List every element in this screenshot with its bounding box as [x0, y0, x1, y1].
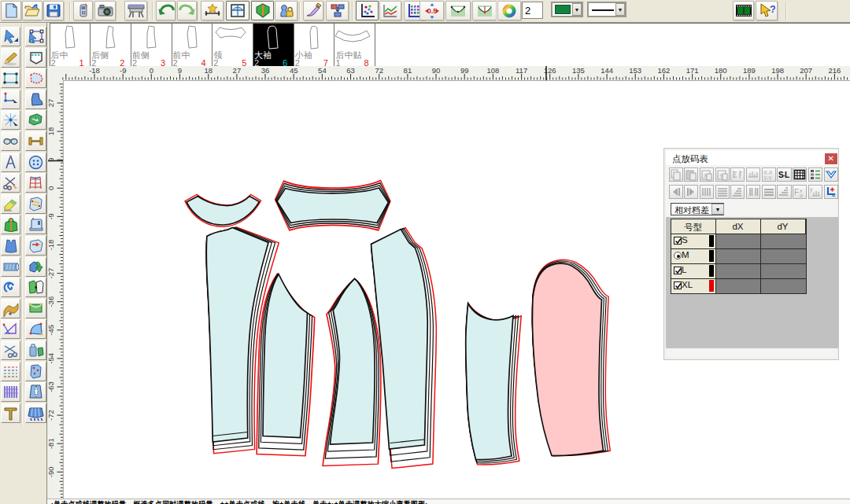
svg-text:-45: -45	[46, 325, 55, 336]
svg-text:y: y	[810, 186, 813, 193]
svg-text:72: 72	[375, 66, 383, 75]
svg-text:18: 18	[204, 66, 213, 75]
svg-text:135: 135	[572, 66, 585, 75]
svg-text:54: 54	[318, 66, 327, 75]
svg-text:X-X: X-X	[763, 170, 773, 175]
svg-text:-36: -36	[46, 296, 55, 307]
svg-text:171: 171	[686, 66, 699, 75]
svg-text:-90: -90	[46, 466, 55, 477]
svg-text:-27: -27	[46, 268, 55, 279]
svg-text:180: 180	[715, 66, 727, 75]
svg-text:108: 108	[486, 66, 499, 75]
svg-text:-54: -54	[46, 353, 55, 364]
svg-text:c: c	[832, 191, 836, 198]
svg-text:-72: -72	[46, 410, 55, 421]
svg-text:-63: -63	[46, 381, 55, 392]
svg-text:0: 0	[46, 186, 55, 190]
svg-text:153: 153	[629, 66, 641, 75]
svg-text:-18: -18	[46, 240, 55, 251]
svg-text:90: 90	[432, 66, 441, 75]
svg-text:o: o	[800, 193, 803, 198]
svg-text:18: 18	[46, 127, 55, 136]
svg-text:216: 216	[828, 66, 841, 75]
svg-text:-9: -9	[46, 213, 55, 219]
svg-text:27: 27	[233, 66, 242, 75]
svg-text:-9: -9	[120, 66, 126, 75]
svg-text:0: 0	[150, 66, 153, 75]
svg-text:207: 207	[800, 66, 812, 75]
svg-text:F: F	[794, 188, 799, 197]
svg-text:99: 99	[460, 66, 469, 75]
svg-text:81: 81	[404, 66, 412, 75]
svg-text:45: 45	[290, 66, 298, 75]
svg-text:-81: -81	[46, 438, 55, 449]
svg-text:63: 63	[346, 66, 355, 75]
svg-text:117: 117	[516, 66, 527, 75]
svg-text:126: 126	[544, 66, 556, 75]
svg-text:L: L	[785, 171, 789, 179]
svg-text:36: 36	[261, 66, 270, 75]
svg-text:Y-Y: Y-Y	[763, 175, 772, 181]
svg-text:9: 9	[178, 66, 182, 75]
svg-text:162: 162	[657, 66, 670, 75]
svg-text:-18: -18	[89, 66, 100, 75]
svg-text:189: 189	[743, 66, 756, 75]
svg-text:144: 144	[601, 66, 613, 75]
svg-text:27: 27	[46, 99, 55, 108]
svg-text:198: 198	[771, 66, 784, 75]
